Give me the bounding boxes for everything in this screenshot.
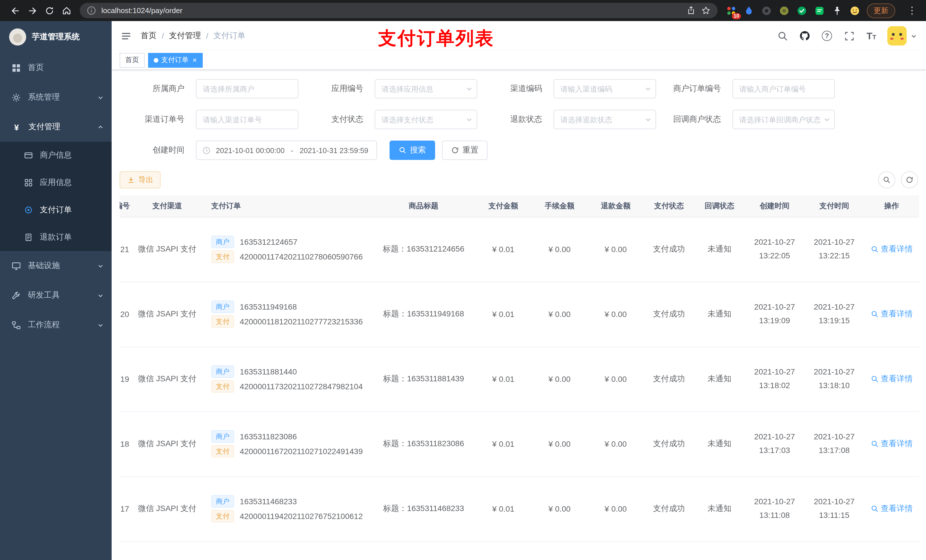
clock-icon <box>202 146 211 154</box>
column-header: 支付渠道 <box>130 195 204 217</box>
sidebar-item-merchant-info[interactable]: 商户信息 <box>0 142 112 169</box>
create-time-range-input[interactable]: 2021-10-01 00:00:00 - 2021-10-31 23:59:5… <box>196 140 377 160</box>
credit-card-icon <box>24 151 33 160</box>
filter-label: 应用编号 <box>298 84 375 94</box>
toggle-search-button[interactable] <box>878 171 895 189</box>
profile-emoji-icon[interactable] <box>849 5 861 16</box>
refund-status-select[interactable] <box>554 110 656 129</box>
pay-tag: 支付 <box>211 315 234 328</box>
pay-status-input[interactable] <box>381 115 472 124</box>
refund-status-input[interactable] <box>560 115 651 124</box>
view-detail-link[interactable]: 查看详情 <box>870 244 912 254</box>
channel-code-select[interactable] <box>554 79 656 98</box>
action-cell: 查看详情 <box>864 476 919 541</box>
order-id-cell: 21 <box>120 217 130 282</box>
sidebar-item-system[interactable]: 系统管理 <box>0 83 112 112</box>
view-detail-link[interactable]: 查看详情 <box>870 309 912 319</box>
github-icon[interactable] <box>799 30 811 42</box>
reset-button[interactable]: 重置 <box>442 140 487 160</box>
share-icon[interactable] <box>686 6 696 15</box>
olive-circle-extension-icon[interactable] <box>779 5 790 16</box>
bookmark-star-icon[interactable] <box>701 6 711 15</box>
merchant-tag: 商户 <box>211 430 234 443</box>
breadcrumb-home[interactable]: 首页 <box>141 31 157 41</box>
merchant-order-no: 1635311881440 <box>240 367 297 376</box>
active-dot <box>154 58 158 62</box>
channel-order-no-input[interactable] <box>203 115 293 124</box>
fee-amount-cell: ¥ 0.00 <box>531 476 587 541</box>
table-row: 18 微信 JSAPI 支付 商户 1635311823086 支付 42000… <box>120 412 919 476</box>
merchant-input[interactable] <box>203 85 293 93</box>
gear-icon <box>11 92 21 102</box>
export-button[interactable]: 导出 <box>120 171 160 189</box>
hamburger-icon[interactable] <box>121 30 132 41</box>
sidebar-item-refund-order[interactable]: 退款订单 <box>0 223 112 251</box>
notify-status-select[interactable] <box>732 110 835 129</box>
notify-status-cell: 未通知 <box>694 282 744 347</box>
help-icon[interactable]: ? <box>821 30 833 42</box>
browser-menu-icon[interactable]: ⋮ <box>907 5 917 17</box>
create-time-cell: 2021-10-2713:17:03 <box>744 412 804 476</box>
breadcrumb-payment[interactable]: 支付管理 <box>169 31 201 41</box>
pay-time-cell: 2021-10-2713:22:15 <box>804 217 864 282</box>
browser-reload-icon[interactable] <box>41 2 58 19</box>
sidebar-item-app-info[interactable]: 应用信息 <box>0 169 112 196</box>
merchant-order-no-field[interactable] <box>732 79 835 98</box>
merchant-select[interactable] <box>196 79 298 98</box>
browser-forward-icon[interactable] <box>24 2 41 19</box>
refresh-table-button[interactable] <box>901 171 918 189</box>
chevron-down-icon <box>823 116 830 123</box>
order-id-cell: 19 <box>120 347 130 412</box>
fullscreen-icon[interactable] <box>843 30 855 42</box>
search-icon[interactable] <box>776 30 789 42</box>
view-detail-link[interactable]: 查看详情 <box>870 374 912 384</box>
product-title-cell: 标题：1635311949168 <box>372 282 475 347</box>
pin-icon[interactable] <box>831 5 843 16</box>
address-bar[interactable]: localhost:1024/pay/order <box>80 3 717 18</box>
search-button[interactable]: 搜索 <box>390 140 435 160</box>
channel-code-input[interactable] <box>560 85 651 93</box>
column-header: 编号 <box>120 195 130 217</box>
chat-extension-icon[interactable] <box>814 5 825 16</box>
filter-notify-status: 回调商户状态 <box>656 110 835 129</box>
browser-back-icon[interactable] <box>7 2 24 19</box>
extensions-grid-icon[interactable]: 10 <box>726 5 737 16</box>
sidebar-item-label: 退款订单 <box>40 232 72 242</box>
check-circle-extension-icon[interactable] <box>796 5 808 16</box>
sidebar-item-workflow[interactable]: 工作流程 <box>0 310 112 340</box>
sidebar-item-pay-order[interactable]: 支付订单 <box>0 196 112 223</box>
merchant-order-no-input[interactable] <box>739 85 830 93</box>
app-id-input[interactable] <box>381 85 472 93</box>
browser-update-button[interactable]: 更新 <box>867 3 895 18</box>
filter-create-time: 创建时间 2021-10-01 00:00:00 - 2021-10-31 23… <box>120 140 377 160</box>
channel-order-no-field[interactable] <box>196 110 298 129</box>
action-cell: 查看详情 <box>864 217 919 282</box>
merchant-tag: 商户 <box>211 365 234 378</box>
tab-home[interactable]: 首页 <box>120 53 145 68</box>
search-icon <box>870 440 878 448</box>
sidebar-item-payment[interactable]: ¥ 支付管理 <box>0 112 112 142</box>
dark-circle-extension-icon[interactable] <box>761 5 772 16</box>
column-header: 支付时间 <box>804 195 864 217</box>
drop-extension-icon[interactable] <box>743 5 755 16</box>
close-icon[interactable]: × <box>192 56 197 64</box>
tab-pay-order[interactable]: 支付订单 × <box>148 53 203 68</box>
pay-status-cell <box>644 541 694 560</box>
browser-home-icon[interactable] <box>58 2 75 19</box>
pay-time-cell: 2021-10-2713:19:15 <box>804 282 864 347</box>
sidebar-item-infra[interactable]: 基础设施 <box>0 251 112 281</box>
action-cell <box>864 541 919 560</box>
user-menu[interactable] <box>887 26 917 45</box>
view-detail-link[interactable]: 查看详情 <box>870 438 912 449</box>
search-icon <box>870 310 878 318</box>
pay-status-select[interactable] <box>375 110 477 129</box>
site-info-icon[interactable] <box>86 6 96 15</box>
notify-status-input[interactable] <box>739 115 830 124</box>
url-text: localhost:1024/pay/order <box>101 6 183 15</box>
sidebar-item-home[interactable]: 首页 <box>0 53 112 83</box>
view-detail-link[interactable]: 查看详情 <box>870 503 912 514</box>
app-id-select[interactable] <box>375 79 477 98</box>
sidebar-item-dev-tools[interactable]: 研发工具 <box>0 281 112 310</box>
fee-amount-cell <box>531 541 587 560</box>
font-size-icon[interactable]: TT <box>865 30 878 42</box>
